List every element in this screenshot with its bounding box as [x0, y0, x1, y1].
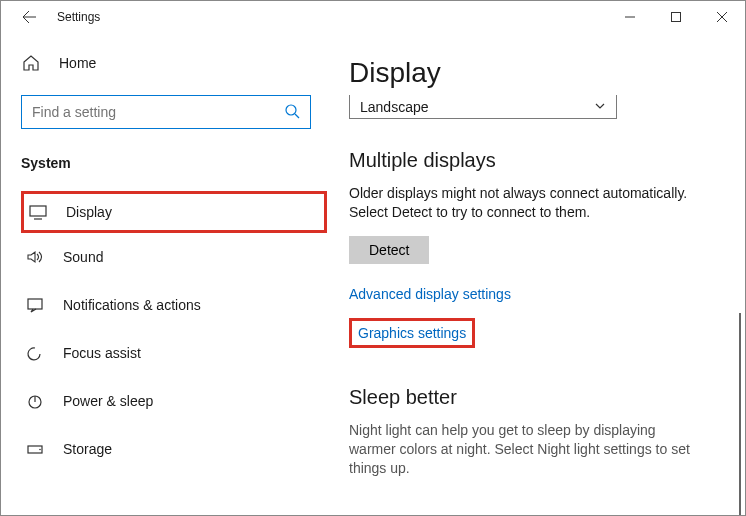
maximize-button[interactable] [653, 1, 699, 33]
home-icon [21, 54, 41, 72]
multiple-displays-heading: Multiple displays [349, 149, 717, 172]
multiple-displays-desc: Older displays might not always connect … [349, 184, 699, 222]
advanced-display-link[interactable]: Advanced display settings [349, 286, 511, 302]
svg-point-1 [286, 105, 296, 115]
search-input[interactable] [32, 104, 284, 120]
display-icon [28, 204, 48, 220]
storage-icon [25, 441, 45, 457]
nav-item-label: Focus assist [63, 345, 141, 361]
orientation-dropdown[interactable]: Landscape [349, 95, 617, 119]
scrollbar[interactable] [739, 313, 741, 515]
maximize-icon [671, 12, 681, 22]
nav-item-label: Notifications & actions [63, 297, 201, 313]
content-pane: Display Landscape Multiple displays Olde… [327, 33, 745, 515]
arrow-left-icon [21, 9, 37, 25]
svg-rect-2 [30, 206, 46, 216]
detect-button[interactable]: Detect [349, 236, 429, 264]
svg-rect-3 [28, 299, 42, 309]
graphics-settings-link[interactable]: Graphics settings [349, 318, 475, 348]
window-title: Settings [57, 10, 100, 24]
svg-point-6 [39, 449, 41, 451]
power-icon [25, 393, 45, 409]
nav-item-sound[interactable]: Sound [21, 233, 327, 281]
nav-item-focus-assist[interactable]: Focus assist [21, 329, 327, 377]
search-box[interactable] [21, 95, 311, 129]
nav-list: Display Sound Notifications & actions [21, 191, 327, 473]
nav-item-storage[interactable]: Storage [21, 425, 327, 473]
home-nav[interactable]: Home [21, 43, 327, 83]
sidebar: Home System Display [1, 33, 327, 515]
settings-window: Settings Home [0, 0, 746, 516]
nav-item-label: Sound [63, 249, 103, 265]
sound-icon [25, 249, 45, 265]
window-controls [607, 1, 745, 33]
titlebar: Settings [1, 1, 745, 33]
chevron-down-icon [594, 99, 606, 115]
sleep-better-desc: Night light can help you get to sleep by… [349, 421, 699, 478]
section-title: System [21, 155, 327, 171]
nav-item-label: Power & sleep [63, 393, 153, 409]
body: Home System Display [1, 33, 745, 515]
dropdown-value: Landscape [360, 99, 429, 115]
focus-assist-icon [25, 345, 45, 361]
svg-rect-0 [672, 13, 681, 22]
nav-item-label: Display [66, 204, 112, 220]
back-button[interactable] [13, 1, 45, 33]
minimize-icon [625, 12, 635, 22]
notifications-icon [25, 297, 45, 313]
sleep-better-heading: Sleep better [349, 386, 717, 409]
close-button[interactable] [699, 1, 745, 33]
nav-item-power-sleep[interactable]: Power & sleep [21, 377, 327, 425]
page-title: Display [349, 57, 717, 89]
close-icon [717, 12, 727, 22]
nav-item-display[interactable]: Display [21, 191, 327, 233]
search-icon [284, 103, 300, 122]
home-label: Home [59, 55, 96, 71]
nav-item-notifications[interactable]: Notifications & actions [21, 281, 327, 329]
nav-item-label: Storage [63, 441, 112, 457]
minimize-button[interactable] [607, 1, 653, 33]
